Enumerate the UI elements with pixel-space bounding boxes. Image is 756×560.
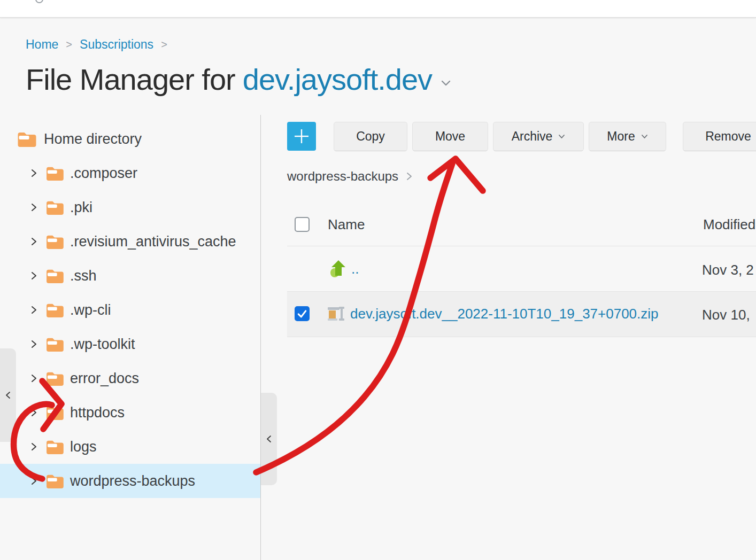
chevron-right-icon[interactable] xyxy=(30,305,37,315)
tree-item-label: logs xyxy=(70,439,97,455)
tree-item-ssh[interactable]: .ssh xyxy=(0,259,260,293)
copy-button-label: Copy xyxy=(356,129,385,144)
chevron-down-icon[interactable] xyxy=(441,80,451,87)
tree-item-home-directory[interactable]: Home directory xyxy=(0,122,260,156)
folder-icon xyxy=(45,337,64,352)
zip-file-icon xyxy=(327,305,345,322)
copy-button[interactable]: Copy xyxy=(334,122,407,151)
chevron-right-icon[interactable] xyxy=(30,168,37,178)
breadcrumb-home-link[interactable]: Home xyxy=(26,37,58,52)
plus-icon xyxy=(292,127,311,145)
domain-selector[interactable]: dev.jaysoft.dev xyxy=(243,62,432,97)
folder-icon xyxy=(45,268,64,283)
tree-item-httpdocs[interactable]: httpdocs xyxy=(0,395,260,430)
path-folder-link[interactable]: wordpress-backups xyxy=(287,169,398,184)
chevron-right-icon xyxy=(405,172,413,181)
table-header-divider xyxy=(287,246,756,246)
archive-button-label: Archive xyxy=(512,129,553,144)
tree-item-label: .ssh xyxy=(70,268,97,284)
chevron-down-icon xyxy=(558,134,565,139)
chevron-right-icon[interactable] xyxy=(30,271,37,281)
folder-icon xyxy=(45,166,64,181)
folder-icon xyxy=(45,371,64,386)
tree-item-label: wordpress-backups xyxy=(70,473,195,489)
folder-icon xyxy=(45,405,64,420)
parent-directory-link[interactable]: .. xyxy=(351,261,359,277)
tree-item-pki[interactable]: .pki xyxy=(0,190,260,224)
row-divider xyxy=(287,291,756,292)
chevron-left-icon xyxy=(266,434,273,444)
chevron-right-icon[interactable] xyxy=(30,237,37,246)
tree-item-wordpress-backups[interactable]: wordpress-backups xyxy=(0,464,260,498)
breadcrumb-subscriptions-link[interactable]: Subscriptions xyxy=(80,37,153,52)
tree-item-label: .wp-toolkit xyxy=(70,336,135,353)
page-title: File Manager for dev.jaysoft.dev xyxy=(26,62,451,97)
chevron-right-icon[interactable] xyxy=(30,442,37,452)
select-all-checkbox[interactable] xyxy=(295,217,310,232)
tree-item-label: .revisium_antivirus_cache xyxy=(70,234,236,250)
name-column-header[interactable]: Name xyxy=(328,216,365,233)
chevron-left-icon xyxy=(5,391,12,400)
modified-date: Nov 3, 2 xyxy=(702,262,754,278)
chevron-right-icon[interactable] xyxy=(30,374,37,383)
row-divider xyxy=(287,337,756,337)
chevron-right-icon[interactable] xyxy=(30,408,37,417)
folder-icon xyxy=(45,200,64,215)
chevron-down-icon xyxy=(641,134,648,139)
chevron-right-icon[interactable] xyxy=(30,339,37,349)
folder-icon xyxy=(17,131,36,147)
collapse-sidebar-handle[interactable] xyxy=(261,393,277,485)
row-checkbox[interactable] xyxy=(295,306,310,321)
move-button-label: Move xyxy=(435,129,465,144)
remove-button[interactable]: Remove xyxy=(683,122,756,151)
tree-item-label: .pki xyxy=(70,199,92,216)
folder-icon xyxy=(45,302,64,317)
tree-item-wp-cli[interactable]: .wp-cli xyxy=(0,293,260,327)
level-up-icon xyxy=(330,259,347,278)
chevron-right-icon[interactable] xyxy=(30,476,37,486)
tree-item-label: Home directory xyxy=(44,131,142,147)
add-new-button[interactable] xyxy=(287,122,316,151)
tree-item-label: error_docs xyxy=(70,370,139,387)
tree-item-revisium-antivirus-cache[interactable]: .revisium_antivirus_cache xyxy=(0,224,260,259)
move-button[interactable]: Move xyxy=(412,122,488,151)
remove-button-label: Remove xyxy=(705,129,751,144)
breadcrumb: Home > Subscriptions > xyxy=(26,37,167,52)
tree-item-error-docs[interactable]: error_docs xyxy=(0,361,260,395)
folder-icon xyxy=(45,473,64,488)
page-title-text: File Manager for xyxy=(26,62,235,97)
collapse-panel-handle-left[interactable] xyxy=(0,348,16,442)
tree-item-label: .composer xyxy=(70,165,137,182)
modified-date: Nov 10, xyxy=(702,307,750,323)
help-icon[interactable] xyxy=(35,0,43,3)
tree-item-label: httpdocs xyxy=(70,405,125,421)
tree-item-composer[interactable]: .composer xyxy=(0,156,260,190)
more-button[interactable]: More xyxy=(589,122,666,151)
directory-tree: Home directory .composer .pki .revisium_… xyxy=(0,122,260,498)
tree-item-logs[interactable]: logs xyxy=(0,430,260,464)
modified-column-header[interactable]: Modified xyxy=(703,216,755,233)
folder-icon xyxy=(45,234,64,249)
chevron-right-icon[interactable] xyxy=(30,203,37,212)
folder-icon xyxy=(45,439,64,454)
more-button-label: More xyxy=(607,129,635,144)
tree-item-label: .wp-cli xyxy=(70,302,111,318)
current-path-bar: wordpress-backups xyxy=(287,169,413,184)
archive-button[interactable]: Archive xyxy=(493,122,584,151)
chevron-right-icon: > xyxy=(66,38,72,51)
chevron-right-icon: > xyxy=(161,38,167,51)
top-navigation-bar xyxy=(0,0,756,18)
file-link[interactable]: dev.jaysoft.dev__2022-11-10T10_19_37+070… xyxy=(350,306,659,322)
tree-item-wp-toolkit[interactable]: .wp-toolkit xyxy=(0,327,260,361)
check-icon xyxy=(296,308,308,320)
sidebar-divider xyxy=(260,115,261,560)
